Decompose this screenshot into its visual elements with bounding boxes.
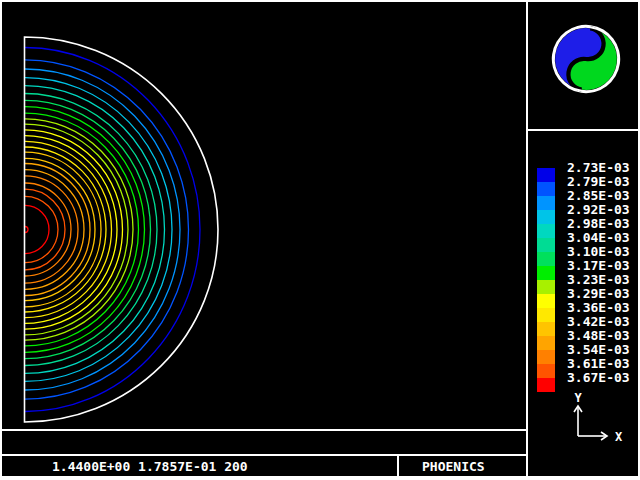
- legend-swatch: [537, 280, 555, 294]
- legend-swatch: [537, 350, 555, 364]
- contour-ring: [0, 130, 123, 329]
- legend-value: 2.79E-03: [567, 175, 630, 189]
- legend-value: 2.98E-03: [567, 217, 630, 231]
- contour-ring: [0, 183, 71, 276]
- legend-swatch: [537, 252, 555, 266]
- legend-value: 3.48E-03: [567, 329, 630, 343]
- legend-value: 2.92E-03: [567, 203, 630, 217]
- legend-value: 3.23E-03: [567, 273, 630, 287]
- legend-swatch: [537, 238, 555, 252]
- divider-left: [0, 0, 2, 480]
- divider-plot-bottom: [0, 429, 528, 431]
- contour-ring: [0, 189, 65, 270]
- contour-ring: [0, 158, 95, 300]
- legend-value: 3.67E-03: [567, 371, 630, 385]
- legend-value: 3.42E-03: [567, 315, 630, 329]
- contour-ring: [0, 164, 90, 296]
- y-axis-label: Y: [574, 391, 582, 405]
- legend-value: 3.04E-03: [567, 231, 630, 245]
- legend-swatch: [537, 336, 555, 350]
- contour-ring: [0, 124, 128, 335]
- legend-swatch: [537, 266, 555, 280]
- axes-indicator: Y X: [545, 388, 635, 448]
- legend-swatch: [537, 294, 555, 308]
- legend-value: 3.29E-03: [567, 287, 630, 301]
- divider-panel: [526, 0, 528, 480]
- status-values: 1.4400E+00 1.7857E-01 200: [1, 456, 448, 477]
- divider-top: [0, 0, 640, 2]
- legend-value: 2.73E-03: [567, 161, 630, 175]
- phoenics-logo-icon: [548, 21, 624, 97]
- legend-value: 2.85E-03: [567, 189, 630, 203]
- axis-arrows-icon: [574, 406, 607, 440]
- legend-value: 3.36E-03: [567, 301, 630, 315]
- legend-value: 3.17E-03: [567, 259, 630, 273]
- legend-value: 3.54E-03: [567, 343, 630, 357]
- legend-swatch: [537, 168, 555, 182]
- legend-value: 3.10E-03: [567, 245, 630, 259]
- x-axis-label: X: [615, 430, 623, 444]
- legend-swatch: [537, 182, 555, 196]
- legend-swatch: [537, 210, 555, 224]
- legend-swatch: [537, 224, 555, 238]
- legend-swatch: [537, 196, 555, 210]
- legend-value: 3.61E-03: [567, 357, 630, 371]
- legend-swatch: [537, 308, 555, 322]
- legend-swatch: [537, 364, 555, 378]
- phoenics-screen: 2.73E-032.79E-032.85E-032.92E-032.98E-03…: [0, 0, 640, 480]
- divider-logo-box: [526, 129, 640, 131]
- phoenics-badge: PHOENICS: [399, 456, 549, 477]
- legend-swatch: [537, 322, 555, 336]
- contour-ring: [0, 113, 139, 346]
